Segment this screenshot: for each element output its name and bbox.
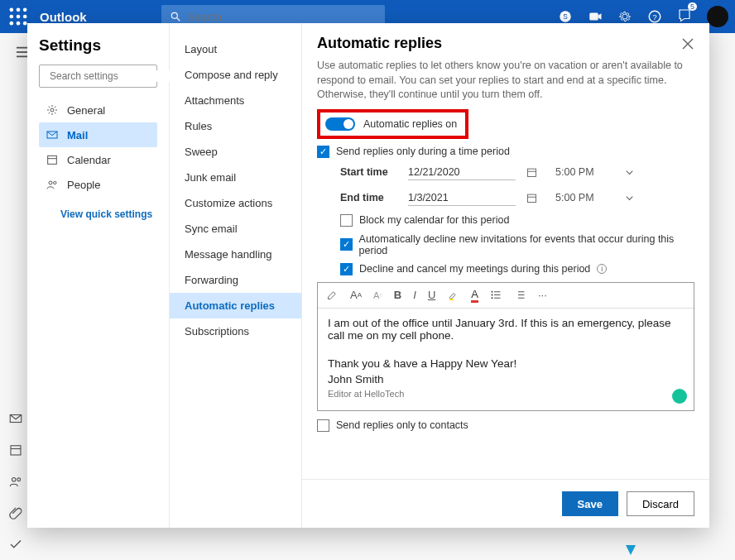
- subnav-attachments[interactable]: Attachments: [170, 88, 301, 113]
- teams-icon[interactable]: [588, 9, 603, 24]
- view-quick-settings-link[interactable]: View quick settings: [60, 208, 157, 220]
- svg-point-31: [54, 181, 56, 184]
- svg-rect-13: [589, 13, 598, 21]
- svg-rect-36: [528, 194, 536, 202]
- auto-reply-toggle[interactable]: [325, 117, 355, 131]
- nav-label: Mail: [67, 129, 88, 141]
- nav-people[interactable]: People: [39, 172, 157, 197]
- svg-point-1: [17, 8, 21, 12]
- subnav-junk[interactable]: Junk email: [170, 165, 301, 190]
- svg-rect-28: [48, 156, 57, 164]
- bold-button[interactable]: B: [394, 289, 401, 301]
- font-color-icon[interactable]: A: [471, 288, 478, 303]
- reply-editor: AA A↑ B I U A ··· I am out of the office…: [317, 282, 694, 411]
- subnav-subscriptions[interactable]: Subscriptions: [170, 318, 301, 344]
- font-increase-icon[interactable]: AA: [350, 289, 362, 301]
- settings-nav: Settings General Mail Calendar People: [27, 23, 170, 528]
- start-date-input[interactable]: 12/21/2020: [408, 165, 516, 180]
- people-icon: [46, 178, 59, 191]
- global-search-input[interactable]: [188, 11, 327, 23]
- close-icon[interactable]: [681, 37, 694, 50]
- discard-button[interactable]: Discard: [627, 491, 694, 516]
- nav-label: People: [67, 179, 100, 191]
- subnav-rules[interactable]: Rules: [170, 113, 301, 139]
- subnav-sweep[interactable]: Sweep: [170, 139, 301, 165]
- grammarly-icon[interactable]: [672, 389, 687, 404]
- skype-icon[interactable]: S: [558, 9, 573, 24]
- avatar[interactable]: [707, 6, 728, 27]
- decline-new-label: Automatically decline new invitations fo…: [359, 233, 694, 256]
- time-period-checkbox[interactable]: [317, 146, 329, 158]
- nav-general[interactable]: General: [39, 98, 157, 122]
- nav-calendar[interactable]: Calendar: [39, 147, 157, 172]
- calendar-icon[interactable]: [526, 166, 538, 179]
- ad-play-icon: [626, 545, 636, 555]
- settings-search[interactable]: [39, 65, 157, 88]
- block-calendar-checkbox[interactable]: [340, 214, 353, 227]
- svg-text:S: S: [563, 13, 568, 21]
- svg-point-22: [12, 478, 17, 482]
- todo-rail-icon[interactable]: [8, 537, 23, 552]
- settings-panel: Automatic replies Use automatic replies …: [302, 23, 709, 528]
- start-time-value[interactable]: 5:00 PM: [555, 166, 613, 178]
- svg-rect-20: [11, 446, 21, 455]
- nav-label: Calendar: [67, 154, 111, 166]
- settings-search-input[interactable]: [50, 70, 174, 82]
- mail-icon: [46, 128, 59, 141]
- more-icon[interactable]: ···: [538, 289, 547, 301]
- svg-point-44: [492, 297, 493, 299]
- decline-new-checkbox[interactable]: [340, 238, 353, 251]
- auto-reply-toggle-label: Automatic replies on: [363, 118, 457, 130]
- subnav-layout[interactable]: Layout: [170, 36, 301, 62]
- subnav-compose[interactable]: Compose and reply: [170, 62, 301, 88]
- italic-button[interactable]: I: [413, 289, 416, 301]
- help-icon[interactable]: ?: [647, 9, 662, 24]
- time-grid: Start time 12/21/2020 5:00 PM End time 1…: [340, 165, 694, 206]
- save-button[interactable]: Save: [562, 491, 618, 516]
- svg-line-10: [176, 18, 180, 22]
- calendar-icon[interactable]: [526, 192, 538, 204]
- decline-cancel-checkbox[interactable]: [340, 263, 353, 275]
- app-launcher-icon[interactable]: [7, 5, 30, 28]
- svg-point-43: [492, 294, 493, 296]
- editor-toolbar: AA A↑ B I U A ···: [318, 283, 694, 309]
- bullet-list-icon[interactable]: [490, 289, 502, 301]
- info-icon[interactable]: i: [597, 264, 607, 274]
- mail-rail-icon[interactable]: [8, 411, 23, 426]
- attach-rail-icon[interactable]: [8, 505, 23, 520]
- brand-label: Outlook: [40, 10, 87, 24]
- end-date-input[interactable]: 1/3/2021: [408, 190, 516, 206]
- underline-button[interactable]: U: [428, 289, 435, 301]
- subnav-msghandling[interactable]: Message handling: [170, 242, 301, 267]
- settings-title: Settings: [39, 36, 157, 55]
- settings-subnav: Layout Compose and reply Attachments Rul…: [170, 23, 302, 528]
- decline-cancel-label: Decline and cancel my meetings during th…: [359, 263, 590, 275]
- settings-modal: Settings General Mail Calendar People: [27, 23, 709, 528]
- subnav-customize[interactable]: Customize actions: [170, 190, 301, 216]
- gear-icon[interactable]: [617, 9, 632, 24]
- svg-point-6: [10, 22, 14, 26]
- calendar-rail-icon[interactable]: [8, 443, 23, 457]
- font-decrease-icon[interactable]: A↑: [373, 290, 382, 300]
- subnav-autoreply[interactable]: Automatic replies: [170, 293, 301, 318]
- chevron-down-icon[interactable]: [623, 166, 636, 179]
- subnav-forwarding[interactable]: Forwarding: [170, 267, 301, 293]
- svg-point-0: [10, 8, 14, 12]
- panel-description: Use automatic replies to let others know…: [317, 59, 694, 103]
- chevron-down-icon[interactable]: [623, 192, 636, 204]
- svg-text:?: ?: [652, 12, 657, 22]
- editor-body[interactable]: I am out of the office until January 3rd…: [318, 309, 694, 410]
- highlight-icon[interactable]: [447, 289, 459, 301]
- subnav-sync[interactable]: Sync email: [170, 216, 301, 242]
- contacts-only-checkbox[interactable]: [317, 419, 329, 432]
- nav-mail[interactable]: Mail: [39, 122, 157, 147]
- end-time-value[interactable]: 5:00 PM: [555, 192, 613, 203]
- calendar-icon: [46, 153, 59, 166]
- number-list-icon[interactable]: [514, 289, 526, 301]
- end-time-label: End time: [340, 192, 398, 203]
- left-rail: [8, 411, 23, 552]
- svg-point-8: [23, 22, 27, 26]
- paint-icon[interactable]: [326, 289, 339, 301]
- people-rail-icon[interactable]: [8, 474, 23, 489]
- nav-label: General: [67, 104, 105, 117]
